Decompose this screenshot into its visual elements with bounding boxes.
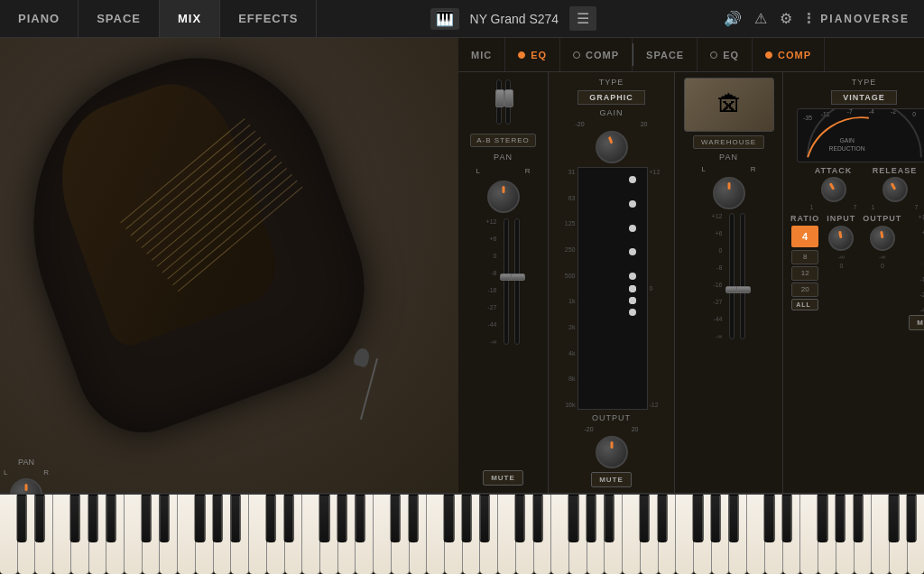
white-key-0[interactable]: [0, 495, 18, 574]
black-key-14[interactable]: [266, 495, 276, 542]
subnav-space[interactable]: SPACE: [633, 38, 698, 71]
subnav-eq2[interactable]: EQ: [698, 38, 753, 71]
white-key-45[interactable]: [800, 495, 818, 574]
black-key-11[interactable]: [213, 495, 223, 542]
space-fader-l[interactable]: [729, 213, 735, 339]
tab-mix[interactable]: MIX: [160, 0, 220, 37]
white-key-35[interactable]: [623, 495, 641, 574]
space-thumb-r[interactable]: [736, 286, 751, 293]
output-knob-comp[interactable]: [870, 226, 895, 251]
eq-dot-3[interactable]: [629, 225, 636, 232]
black-key-22[interactable]: [409, 495, 419, 542]
black-key-18[interactable]: [337, 495, 347, 542]
attack-knob[interactable]: [821, 177, 846, 202]
white-key-3[interactable]: [53, 495, 71, 574]
pan-knob-space[interactable]: [713, 177, 745, 209]
comp-mute-button[interactable]: MUTE: [909, 315, 924, 330]
mic-vol-fader-r[interactable]: [514, 218, 520, 345]
white-key-28[interactable]: [498, 495, 516, 574]
black-key-39[interactable]: [711, 495, 721, 542]
ratio-12[interactable]: 12: [791, 266, 818, 281]
subnav-mic[interactable]: MIC: [458, 38, 505, 71]
eq-dot-1[interactable]: [629, 176, 636, 183]
eq-dot-5[interactable]: [629, 273, 636, 280]
black-key-0[interactable]: [17, 495, 27, 542]
white-key-24[interactable]: [427, 495, 445, 574]
black-key-49[interactable]: [889, 495, 899, 542]
mic-thumb-1[interactable]: [495, 89, 504, 107]
black-key-12[interactable]: [230, 495, 240, 542]
alert-button[interactable]: ⚠: [754, 10, 767, 27]
black-key-26[interactable]: [479, 495, 489, 542]
eq-gain-knob[interactable]: [596, 131, 628, 163]
black-key-42[interactable]: [764, 495, 774, 542]
eq-output-knob[interactable]: [596, 436, 628, 468]
all-button[interactable]: ALL: [791, 299, 818, 310]
black-key-36[interactable]: [658, 495, 668, 542]
eq-dot-10[interactable]: [629, 285, 636, 292]
black-key-35[interactable]: [640, 495, 650, 542]
white-key-17[interactable]: [302, 495, 320, 574]
white-key-31[interactable]: [551, 495, 569, 574]
black-key-50[interactable]: [907, 495, 917, 542]
white-key-49[interactable]: [872, 495, 890, 574]
tab-space[interactable]: SPACE: [79, 0, 160, 37]
pan-knob-mic[interactable]: [487, 181, 520, 213]
white-key-38[interactable]: [676, 495, 694, 574]
black-key-7[interactable]: [142, 495, 152, 542]
mic-thumb-2[interactable]: [504, 89, 513, 107]
menu-button[interactable]: ☰: [569, 6, 596, 31]
eq-dot-4[interactable]: [629, 248, 636, 255]
ratio-8[interactable]: 8: [791, 250, 818, 264]
subnav-comp2[interactable]: COMP: [753, 38, 825, 71]
black-key-3[interactable]: [70, 495, 80, 542]
black-key-19[interactable]: [355, 495, 365, 542]
tab-piano[interactable]: PIANO: [0, 0, 79, 37]
space-fader-r[interactable]: [740, 213, 745, 339]
black-key-31[interactable]: [568, 495, 578, 542]
mic-fader-2[interactable]: [505, 79, 511, 125]
black-key-47[interactable]: [854, 495, 864, 542]
eq-dot-8[interactable]: [629, 309, 636, 316]
mic-mute-button[interactable]: MUTE: [483, 470, 523, 486]
eq-mute-button[interactable]: MUTE: [591, 472, 632, 487]
mic-fader-1[interactable]: [496, 79, 502, 125]
subnav-comp1[interactable]: COMP: [560, 38, 633, 71]
black-key-38[interactable]: [693, 495, 703, 542]
volume-button[interactable]: 🔊: [724, 10, 742, 27]
release-knob[interactable]: [882, 177, 908, 202]
black-key-1[interactable]: [34, 495, 44, 542]
input-knob[interactable]: [828, 226, 854, 251]
mic-vol-thumb-r[interactable]: [511, 273, 525, 281]
black-key-40[interactable]: [728, 495, 738, 542]
black-key-32[interactable]: [587, 495, 596, 542]
eq-dot-2[interactable]: [629, 200, 636, 208]
white-key-7[interactable]: [125, 495, 143, 574]
black-key-24[interactable]: [444, 495, 454, 542]
white-key-10[interactable]: [178, 495, 196, 574]
white-key-14[interactable]: [249, 495, 267, 574]
eq-dot-9[interactable]: [629, 297, 636, 304]
black-key-17[interactable]: [319, 495, 329, 542]
tab-effects[interactable]: EFFECTS: [220, 0, 317, 37]
black-key-45[interactable]: [818, 495, 827, 542]
subnav-eq1[interactable]: EQ: [505, 38, 560, 71]
black-key-10[interactable]: [195, 495, 205, 542]
black-key-15[interactable]: [284, 495, 294, 542]
ratio-20[interactable]: 20: [791, 282, 818, 297]
black-key-21[interactable]: [391, 495, 401, 542]
white-key-21[interactable]: [374, 495, 392, 574]
black-key-43[interactable]: [782, 495, 792, 542]
ratio-4-button[interactable]: 4: [791, 226, 818, 247]
black-key-8[interactable]: [159, 495, 169, 542]
black-key-33[interactable]: [604, 495, 614, 542]
black-key-28[interactable]: [515, 495, 525, 542]
black-key-4[interactable]: [88, 495, 98, 542]
black-key-29[interactable]: [533, 495, 543, 542]
white-key-42[interactable]: [747, 495, 765, 574]
settings-button[interactable]: ⚙: [780, 10, 792, 27]
black-key-25[interactable]: [462, 495, 472, 542]
black-key-5[interactable]: [106, 495, 116, 542]
mic-vol-fader-l[interactable]: [504, 218, 509, 345]
black-key-46[interactable]: [836, 495, 845, 542]
